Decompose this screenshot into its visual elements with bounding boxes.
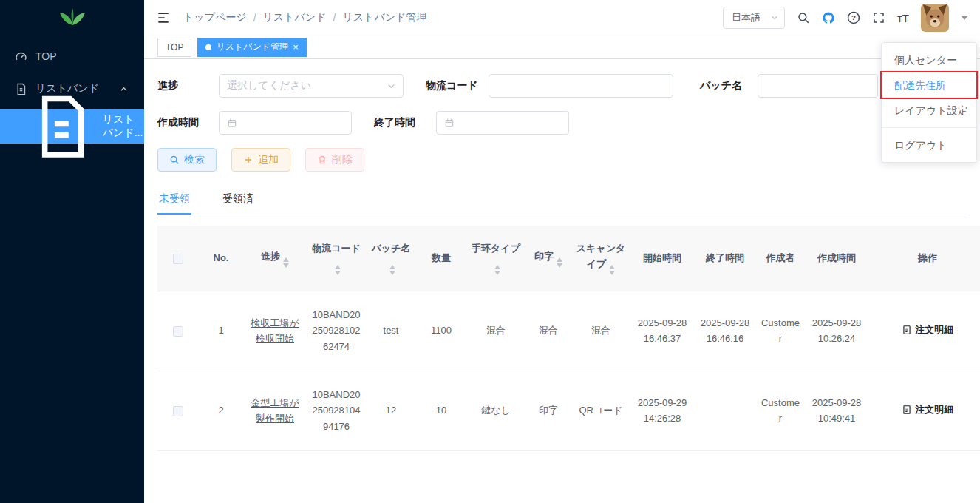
svg-text:?: ? xyxy=(851,13,856,21)
cell-actions: 注文明細 xyxy=(868,291,980,371)
chevron-down-icon xyxy=(771,14,778,21)
tab-unreceived[interactable]: 未受領 xyxy=(157,188,191,215)
fullscreen-icon[interactable] xyxy=(872,11,885,24)
delete-button[interactable]: 削除 xyxy=(305,148,364,172)
order-detail-button[interactable]: 注文明細 xyxy=(902,402,953,417)
sort-caret-icon xyxy=(335,265,341,275)
header-actions: 日本語 ? тT xyxy=(723,4,968,32)
language-select[interactable]: 日本語 xyxy=(723,7,785,29)
calendar-icon xyxy=(227,118,237,128)
chevron-down-icon xyxy=(387,82,395,90)
col-logistics-code[interactable]: 物流コード xyxy=(307,226,366,291)
row-checkbox[interactable] xyxy=(173,406,183,416)
cell-select xyxy=(157,371,199,450)
cell-start-time: 2025-09-29 14:26:28 xyxy=(630,371,694,450)
menu-item-shipping-address[interactable]: 配送先住所 xyxy=(882,72,976,98)
app-logo[interactable] xyxy=(0,0,144,36)
breadcrumb-item-home[interactable]: トップページ xyxy=(183,11,247,24)
col-quantity: 数量 xyxy=(416,226,466,291)
row-checkbox[interactable] xyxy=(173,326,183,337)
user-avatar[interactable] xyxy=(921,4,949,32)
progress-link[interactable]: 検収工場が検収開始 xyxy=(251,317,299,344)
order-list-icon xyxy=(902,405,912,415)
sidebar-item-label: TOP xyxy=(35,50,57,62)
menu-item-layout-settings[interactable]: レイアウト設定 xyxy=(882,98,976,123)
col-creator: 作成者 xyxy=(756,226,805,291)
select-all-checkbox[interactable] xyxy=(173,254,183,264)
sort-caret-icon xyxy=(494,265,500,275)
sidebar-item-label: リストバンド... xyxy=(103,113,144,140)
sidebar-collapse-icon[interactable] xyxy=(156,10,171,25)
delete-button-label: 削除 xyxy=(332,153,353,166)
tab-received[interactable]: 受領済 xyxy=(221,188,255,215)
sidebar-item-wristband[interactable]: リストバンド xyxy=(0,72,144,105)
progress-label: 進捗 xyxy=(157,79,219,92)
menu-item-personal-center[interactable]: 個人センター xyxy=(882,47,976,72)
add-button-label: 追加 xyxy=(258,153,279,166)
col-print[interactable]: 印字 xyxy=(525,226,571,291)
progress-select-placeholder: 選択してください xyxy=(227,79,311,92)
breadcrumb-separator: / xyxy=(333,12,336,24)
dog-avatar-image xyxy=(921,4,949,32)
create-time-date-input[interactable] xyxy=(219,111,352,135)
order-list-icon xyxy=(902,325,912,335)
cell-select xyxy=(157,291,199,371)
search-icon[interactable] xyxy=(797,11,810,24)
user-menu-caret-icon[interactable] xyxy=(961,16,968,20)
cell-create-time: 2025-09-28 10:26:24 xyxy=(805,291,868,371)
page-content: 進捗 選択してください 物流コード バッチ名 作成時間 終了時間 xyxy=(144,59,980,503)
sidebar-item-wristband-manage[interactable]: リストバンド... xyxy=(0,109,144,144)
menu-item-logout[interactable]: ログアウト xyxy=(882,132,976,158)
tag-label: TOP xyxy=(166,42,183,53)
search-button[interactable]: 検索 xyxy=(157,148,217,172)
col-create-time: 作成時間 xyxy=(805,226,868,291)
font-size-icon[interactable]: тT xyxy=(897,12,909,24)
cell-print: 混合 xyxy=(525,291,571,371)
end-time-date-input[interactable] xyxy=(436,111,569,135)
add-button[interactable]: 追加 xyxy=(231,148,290,172)
create-time-label: 作成時間 xyxy=(157,116,219,129)
progress-select[interactable]: 選択してください xyxy=(219,74,404,98)
search-button-label: 検索 xyxy=(184,153,205,166)
col-actions: 操作 xyxy=(868,226,980,291)
cell-scan-type: 混合 xyxy=(571,291,630,371)
cell-band-type: 混合 xyxy=(466,291,525,371)
logistics-code-input[interactable] xyxy=(489,74,673,98)
col-scan-type[interactable]: スキャンタイプ xyxy=(571,226,630,291)
sidebar-item-label: リストバンド xyxy=(35,82,99,95)
calendar-icon xyxy=(444,118,455,128)
table-header-row: No. 進捗 物流コード バッチ名 数量 手环タイプ 印字 スキャンタイプ 開始… xyxy=(157,226,980,291)
cell-creator: Customer xyxy=(756,291,805,371)
batch-name-input[interactable] xyxy=(758,74,878,98)
breadcrumb-item-wristband[interactable]: リストバンド xyxy=(263,11,327,24)
tags-view-bar: TOP リストバンド管理 × xyxy=(144,36,980,59)
cell-creator: Customer xyxy=(756,371,805,450)
header-select-all xyxy=(157,226,199,291)
progress-link[interactable]: 金型工場が製作開始 xyxy=(251,397,299,424)
col-batch-name[interactable]: バッチ名 xyxy=(366,226,416,291)
list-tabs: 未受領 受領済 xyxy=(157,188,967,215)
cell-print: 印字 xyxy=(525,371,571,450)
col-band-type[interactable]: 手环タイプ xyxy=(466,226,525,291)
sort-caret-icon xyxy=(389,265,395,275)
batch-name-label: バッチ名 xyxy=(700,79,758,92)
help-icon[interactable]: ? xyxy=(847,11,860,24)
order-detail-button[interactable]: 注文明細 xyxy=(902,322,953,337)
wristband-table-wrap: No. 進捗 物流コード バッチ名 数量 手环タイプ 印字 スキャンタイプ 開始… xyxy=(157,226,980,451)
sidebar: TOP リストバンド リストバンド... xyxy=(0,0,144,503)
cell-batch-name: test xyxy=(366,291,416,371)
cell-start-time: 2025-09-28 16:46:37 xyxy=(630,291,694,371)
document-icon xyxy=(15,83,27,95)
cell-logistics-code: 10BAND2025092810262474 xyxy=(307,291,366,371)
logistics-code-label: 物流コード xyxy=(426,79,489,92)
tag-close-icon[interactable]: × xyxy=(293,42,299,52)
tag-wristband-manage[interactable]: リストバンド管理 × xyxy=(197,38,306,57)
col-start-time: 開始時間 xyxy=(630,226,694,291)
github-icon[interactable] xyxy=(822,11,835,24)
sidebar-item-top[interactable]: TOP xyxy=(0,40,144,72)
tag-top[interactable]: TOP xyxy=(157,38,191,57)
sort-caret-icon xyxy=(557,257,562,268)
sort-caret-icon xyxy=(609,265,615,275)
col-progress[interactable]: 進捗 xyxy=(243,226,307,291)
user-dropdown-menu: 個人センター 配送先住所 レイアウト設定 ログアウト xyxy=(881,42,977,163)
